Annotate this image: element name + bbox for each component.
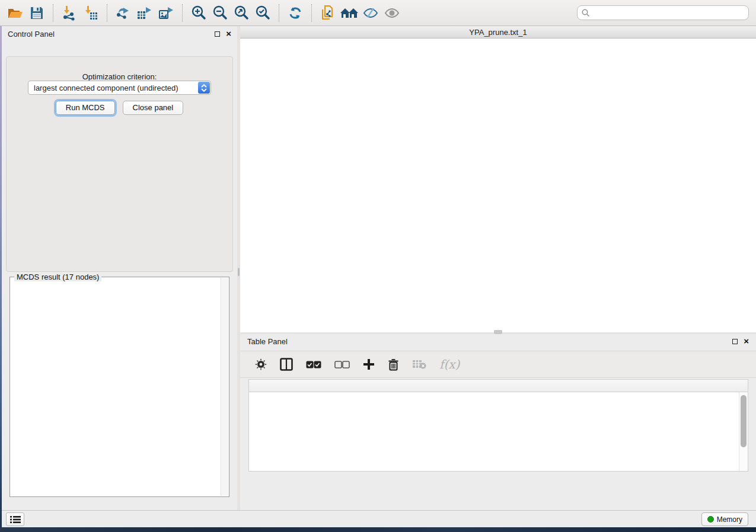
export-network-button[interactable] [113, 3, 134, 23]
toolbar-separator [279, 4, 279, 22]
splitter-handle[interactable] [494, 330, 502, 334]
status-bar: Memory [2, 510, 756, 527]
add-row-icon[interactable] [363, 358, 375, 370]
zoom-fit-button[interactable] [231, 3, 252, 23]
show-graphics-icon [384, 6, 400, 20]
home-icon [340, 6, 359, 20]
delete-table-icon [412, 360, 426, 369]
memory-button[interactable]: Memory [701, 512, 748, 526]
float-panel-icon[interactable] [215, 31, 220, 37]
search-box[interactable] [577, 5, 749, 20]
hide-graphics-icon [362, 6, 379, 20]
table-header-row [249, 380, 748, 392]
save-icon [30, 6, 44, 20]
splitter-grip [238, 268, 240, 276]
column-visibility-icon[interactable] [280, 358, 293, 371]
optimization-criterion-select[interactable]: largest connected component (undirected) [28, 81, 211, 95]
zoom-out-icon [212, 5, 228, 21]
export-image-button[interactable] [155, 3, 177, 23]
toolbar-separator [53, 4, 53, 22]
hide-graphics-button[interactable] [360, 3, 381, 23]
clone-network-button[interactable] [317, 3, 339, 23]
mcds-result-list [11, 281, 219, 495]
task-list-icon [10, 515, 21, 524]
export-image-icon [158, 5, 174, 21]
home-button[interactable] [339, 3, 360, 23]
table-panel: Table Panel × f(x) [240, 334, 756, 510]
show-task-history-button[interactable] [6, 512, 24, 526]
export-table-button[interactable] [134, 3, 155, 23]
open-file-button[interactable] [5, 3, 26, 23]
memory-label: Memory [717, 515, 742, 524]
memory-status-icon [707, 516, 714, 523]
import-network-button[interactable] [59, 3, 80, 23]
optimization-criterion-value: largest connected component (undirected) [34, 84, 178, 92]
network-window-titlebar[interactable]: YPA_prune.txt_1 [240, 26, 756, 39]
run-mcds-button[interactable]: Run MCDS [56, 101, 115, 115]
search-input[interactable] [591, 7, 748, 19]
search-icon [581, 8, 591, 18]
desktop-background [0, 527, 756, 532]
select-all-icon[interactable] [306, 361, 321, 368]
control-panel-titlebar: Control Panel × [2, 26, 237, 41]
clone-network-icon [320, 5, 336, 21]
settings-gear-icon[interactable] [255, 358, 267, 370]
zoom-in-button[interactable] [188, 3, 209, 23]
zoom-fit-icon [234, 5, 250, 21]
control-panel-title: Control Panel [8, 30, 55, 39]
table-panel-title: Table Panel [247, 337, 288, 346]
import-table-button[interactable] [80, 3, 101, 23]
import-network-icon [62, 5, 77, 21]
table-toolbar: f(x) [240, 351, 756, 378]
save-button[interactable] [26, 3, 47, 23]
mcds-result-scrollbar[interactable] [221, 278, 228, 496]
main-toolbar [0, 0, 756, 26]
refresh-icon [288, 5, 303, 21]
toolbar-separator [311, 4, 312, 22]
network-window-title: YPA_prune.txt_1 [240, 28, 756, 37]
close-panel-button[interactable]: Close panel [123, 101, 184, 115]
control-panel: Control Panel × Optimization criterion: … [2, 26, 237, 510]
delete-row-icon[interactable] [388, 358, 399, 371]
zoom-out-button[interactable] [209, 3, 231, 23]
open-folder-icon [7, 6, 24, 20]
refresh-button[interactable] [285, 3, 306, 23]
export-network-icon [115, 5, 132, 21]
network-canvas[interactable] [240, 39, 756, 332]
toolbar-separator [182, 4, 183, 22]
table-panel-titlebar: Table Panel × [240, 334, 756, 348]
table-body [249, 392, 739, 471]
mcds-result-box: MCDS result (17 nodes) [9, 277, 229, 497]
zoom-selected-button[interactable] [252, 3, 273, 23]
deselect-all-icon[interactable] [334, 361, 350, 368]
float-panel-icon[interactable] [732, 339, 738, 344]
optimization-criterion-label: Optimization criterion: [7, 72, 232, 81]
dropdown-stepper-icon [198, 82, 210, 94]
table-scrollbar[interactable] [739, 392, 748, 471]
node-table [248, 379, 748, 472]
zoom-selected-icon [255, 5, 271, 21]
mcds-result-title: MCDS result (17 nodes) [14, 273, 101, 281]
function-builder-icon: f(x) [439, 357, 460, 371]
close-panel-icon[interactable]: × [744, 338, 749, 344]
import-table-icon [83, 5, 98, 21]
zoom-in-icon [191, 5, 207, 21]
export-table-icon [136, 5, 153, 21]
close-panel-icon[interactable]: × [226, 31, 231, 37]
mcds-tab-content: Optimization criterion: largest connecte… [6, 56, 233, 272]
toolbar-separator [107, 4, 107, 22]
show-graphics-button[interactable] [381, 3, 403, 23]
scrollbar-thumb[interactable] [741, 395, 747, 447]
